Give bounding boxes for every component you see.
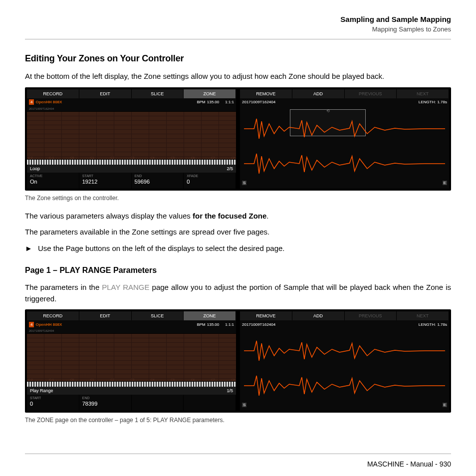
caption-1: The Zone settings on the controller. (25, 195, 451, 202)
page-footer: MASCHINE - Manual - 930 (25, 454, 451, 468)
section1-title: Editing Your Zones on Your Controller (25, 53, 451, 64)
waveform-display[interactable]: ⟲ S E (240, 106, 449, 186)
tab-record[interactable]: RECORD (27, 89, 79, 98)
instruction-page-buttons: ►Use the Page buttons on the left of the… (25, 243, 451, 254)
zone-grid[interactable]: C-2C-1C0C1C2C3C4C5C6C7C8 (27, 111, 236, 160)
waveform-bottom (244, 151, 445, 176)
btn-previous: PREVIOUS (345, 89, 397, 98)
btn-remove[interactable]: REMOVE (240, 89, 292, 98)
marker-start[interactable]: S (242, 181, 246, 185)
paragraph-focused-zone: The various parameters always display th… (25, 211, 451, 222)
page-index: 2/5 (227, 166, 233, 171)
param-start-2[interactable]: START0 (27, 395, 79, 411)
bpm-value: 135.00 (207, 100, 219, 104)
param-empty-1 (132, 395, 184, 411)
header-rule (25, 39, 451, 39)
screenshot-zone-settings: RECORD EDIT SLICE ZONE 4 OpenHH 808X BPM… (25, 87, 451, 191)
tab-slice-2[interactable]: SLICE (132, 311, 184, 320)
param-end-2[interactable]: END78399 (79, 395, 132, 411)
btn-add[interactable]: ADD (292, 89, 345, 98)
bpm-label: BPM (197, 100, 205, 104)
keyboard-strip[interactable] (27, 160, 236, 165)
header-subtitle: Mapping Samples to Zones (25, 25, 451, 33)
btn-next-2: NEXT (397, 311, 449, 320)
caption-2: The ZONE page on the controller – page 1… (25, 417, 451, 424)
right-display: REMOVE ADD PREVIOUS NEXT 20171009T162404… (240, 89, 449, 189)
length-label: LENGTH: (419, 100, 436, 104)
marker-end-2[interactable]: E (443, 403, 447, 407)
tab-zone-2[interactable]: ZONE (184, 311, 236, 320)
param-start[interactable]: START19212 (79, 173, 132, 189)
paragraph-five-pages: The parameters available in the Zone set… (25, 227, 451, 238)
file-id: 20171009T162404 (242, 100, 275, 104)
page-name: Loop (30, 166, 40, 171)
tab-zone[interactable]: ZONE (184, 89, 236, 98)
header-title: Sampling and Sample Mapping (25, 15, 451, 23)
section1-p1: At the bottom of the left display, the Z… (25, 71, 451, 82)
note-labels: C-2C-1C0C1C2C3C4C5C6C7C8 (27, 156, 236, 159)
marker-start-2[interactable]: S (242, 403, 246, 407)
param-empty-2 (184, 395, 236, 411)
sample-name-2: OpenHH 808X (35, 322, 62, 327)
left-display-2: RECORD EDIT SLICE ZONE 4 OpenHH 808X BPM… (27, 311, 236, 411)
keyboard-strip-2[interactable] (27, 382, 236, 387)
slot-badge-2: 4 (29, 322, 34, 327)
section2-p1: The parameters in the PLAY RANGE page al… (25, 282, 451, 304)
btn-previous-2: PREVIOUS (345, 311, 397, 320)
tab-slice[interactable]: SLICE (132, 89, 184, 98)
btn-remove-2[interactable]: REMOVE (240, 311, 292, 320)
param-active[interactable]: ACTIVEOn (27, 173, 79, 189)
screenshot-play-range: RECORD EDIT SLICE ZONE 4 OpenHH 808X BPM… (25, 309, 451, 413)
left-display: RECORD EDIT SLICE ZONE 4 OpenHH 808X BPM… (27, 89, 236, 189)
btn-add-2[interactable]: ADD (292, 311, 345, 320)
param-end[interactable]: END59696 (132, 173, 184, 189)
waveform-display-2[interactable]: S E (240, 328, 449, 408)
page-index-2: 1/5 (227, 388, 233, 393)
param-xfade[interactable]: XFADE0 (184, 173, 236, 189)
tab-edit[interactable]: EDIT (79, 89, 132, 98)
zone-grid-2[interactable]: C-2C-1C0C1C2C3C4C5C6C7C8 (27, 333, 236, 382)
length-value: 1.78s (437, 100, 447, 104)
position: 1:1:1 (225, 100, 234, 104)
waveform-top-2 (244, 338, 445, 363)
page-name-2: Play Range (30, 388, 53, 393)
sample-name: OpenHH 808X (35, 100, 62, 104)
btn-next: NEXT (397, 89, 449, 98)
tiny-timestamp: 20171009T162404 (29, 107, 54, 110)
section2-title: Page 1 – PLAY RANGE Parameters (25, 266, 451, 275)
slot-badge: 4 (29, 99, 34, 105)
arrow-icon: ► (25, 243, 38, 254)
waveform-bottom-2 (244, 373, 445, 398)
tab-record-2[interactable]: RECORD (27, 311, 79, 320)
link-icon: ⟲ (326, 109, 330, 113)
tab-edit-2[interactable]: EDIT (79, 311, 132, 320)
right-display-2: REMOVE ADD PREVIOUS NEXT 20171009T162404… (240, 311, 449, 411)
waveform-top (244, 116, 445, 141)
marker-end[interactable]: E (443, 181, 447, 185)
